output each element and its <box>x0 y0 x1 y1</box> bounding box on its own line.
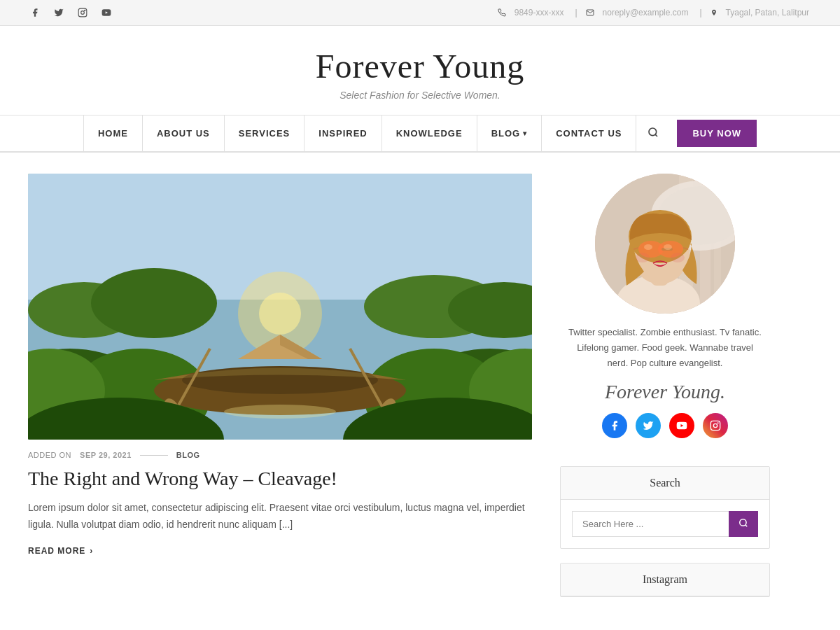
site-header: Forever Young Select Fashion for Selecti… <box>0 26 840 115</box>
location-icon <box>710 8 718 17</box>
nav-item-about[interactable]: ABOUT US <box>143 115 225 151</box>
nav-item-inspired[interactable]: INSPIRED <box>304 115 382 151</box>
post-title: The Right and Wrong Way – Cleavage! <box>28 466 532 491</box>
svg-rect-51 <box>710 421 720 430</box>
post-featured-image <box>28 174 532 440</box>
arrow-right-icon: › <box>90 546 93 556</box>
sidebar-instagram-icon[interactable] <box>703 413 728 438</box>
buy-now-button[interactable]: BUY NOW <box>677 120 757 147</box>
svg-point-26 <box>224 405 336 419</box>
svg-point-47 <box>664 244 672 250</box>
post-category: BLOG <box>176 451 200 459</box>
separator-2: | <box>699 8 701 18</box>
svg-point-48 <box>636 253 650 262</box>
avatar <box>595 174 735 314</box>
location-text: Tyagal, Patan, Lalitpur <box>726 8 809 18</box>
facebook-icon[interactable] <box>28 6 42 20</box>
sidebar-twitter-icon[interactable] <box>636 413 661 438</box>
phone-icon <box>498 8 506 17</box>
post-excerpt: Lorem ipsum dolor sit amet, consectetur … <box>28 500 532 533</box>
svg-line-55 <box>746 525 748 527</box>
site-tagline: Select Fashion for Selective Women. <box>28 90 812 101</box>
svg-point-2 <box>85 10 85 10</box>
instagram-topbar-icon[interactable] <box>76 6 90 20</box>
nav-item-contact[interactable]: CONTACT US <box>542 115 636 151</box>
twitter-icon[interactable] <box>52 6 66 20</box>
search-box <box>572 511 758 537</box>
svg-line-5 <box>656 134 658 136</box>
email-icon <box>586 8 594 17</box>
sidebar-author: Twitter specialist. Zombie enthusiast. T… <box>560 174 770 452</box>
nav-item-services[interactable]: SERVICES <box>225 115 305 151</box>
main-container: ADDED ON SEP 29, 2021 BLOG The Right and… <box>0 153 840 618</box>
search-input[interactable] <box>572 511 729 537</box>
sidebar-facebook-icon[interactable] <box>602 413 627 438</box>
search-widget: Search <box>560 466 770 549</box>
svg-point-19 <box>259 293 301 335</box>
svg-point-21 <box>182 366 378 394</box>
post-date: SEP 29, 2021 <box>80 451 132 459</box>
site-title: Forever Young <box>28 47 812 85</box>
search-submit-icon <box>738 518 748 528</box>
search-icon[interactable] <box>636 127 670 141</box>
search-widget-title: Search <box>561 467 769 500</box>
svg-point-49 <box>671 253 685 262</box>
sidebar-bio: Twitter specialist. Zombie enthusiast. T… <box>560 325 770 371</box>
svg-point-4 <box>649 128 657 136</box>
sidebar-social <box>602 413 728 438</box>
phone-number: 9849-xxx-xxx <box>514 8 564 18</box>
instagram-widget-title: Instagram <box>561 564 769 596</box>
separator-1: | <box>575 8 577 18</box>
sidebar: Twitter specialist. Zombie enthusiast. T… <box>560 174 770 597</box>
svg-point-9 <box>91 268 217 338</box>
email-address: noreply@example.com <box>603 8 689 18</box>
content-area: ADDED ON SEP 29, 2021 BLOG The Right and… <box>28 174 560 597</box>
post-added-on-label: ADDED ON <box>28 451 71 459</box>
svg-point-46 <box>644 244 652 250</box>
instagram-widget: Instagram <box>560 563 770 597</box>
meta-divider <box>140 455 168 456</box>
search-button[interactable] <box>729 511 758 537</box>
svg-point-52 <box>713 424 717 428</box>
svg-rect-0 <box>78 8 87 17</box>
search-widget-content <box>561 500 769 548</box>
nav-item-home[interactable]: HOME <box>83 115 143 151</box>
nav-list: HOME ABOUT US SERVICES INSPIRED KNOWLEDG… <box>83 115 637 151</box>
nav-item-blog[interactable]: BLOG ▾ <box>477 115 542 151</box>
svg-point-1 <box>81 11 85 15</box>
nav-item-knowledge[interactable]: KNOWLEDGE <box>382 115 477 151</box>
sidebar-youtube-icon[interactable] <box>669 413 694 438</box>
social-links <box>28 6 113 20</box>
top-bar: 9849-xxx-xxx | noreply@example.com | Tya… <box>0 0 840 26</box>
youtube-icon[interactable] <box>99 6 113 20</box>
contact-info: 9849-xxx-xxx | noreply@example.com | Tya… <box>498 8 812 18</box>
chevron-down-icon: ▾ <box>523 130 527 137</box>
read-more-link[interactable]: READ MORE › <box>28 546 93 556</box>
post-meta: ADDED ON SEP 29, 2021 BLOG <box>28 451 532 459</box>
svg-point-53 <box>718 423 719 424</box>
svg-point-54 <box>740 519 746 526</box>
main-navigation: HOME ABOUT US SERVICES INSPIRED KNOWLEDG… <box>0 115 840 153</box>
sidebar-signature: Forever Young. <box>605 381 725 403</box>
